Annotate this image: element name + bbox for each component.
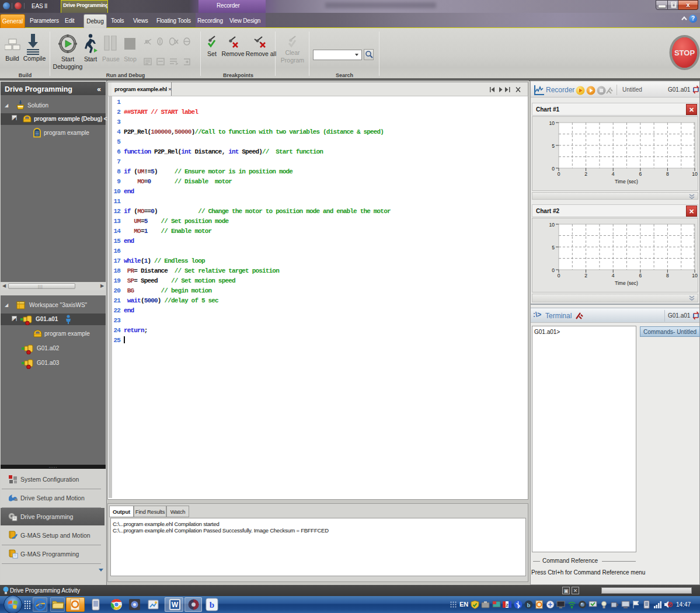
svg-text:0: 0 xyxy=(552,166,555,172)
svg-text:5: 5 xyxy=(552,143,555,149)
svg-text:10: 10 xyxy=(549,120,555,126)
svg-text:8: 8 xyxy=(666,171,669,177)
svg-text:10: 10 xyxy=(549,222,555,228)
svg-text:2: 2 xyxy=(506,602,509,608)
svg-text:10: 10 xyxy=(692,171,698,177)
svg-text:W: W xyxy=(172,601,179,609)
svg-text:Time (sec): Time (sec) xyxy=(615,179,638,184)
svg-text:2: 2 xyxy=(584,171,587,177)
svg-text:5: 5 xyxy=(552,245,555,250)
svg-text:6: 6 xyxy=(639,171,642,177)
svg-text:e: e xyxy=(39,600,43,609)
svg-text:0: 0 xyxy=(552,267,555,273)
svg-text:0: 0 xyxy=(558,171,560,177)
svg-text:8: 8 xyxy=(666,273,669,278)
svg-text:STOP: STOP xyxy=(674,48,695,57)
svg-text:2: 2 xyxy=(584,273,587,278)
svg-text:10: 10 xyxy=(692,273,698,278)
svg-text:0: 0 xyxy=(558,273,560,278)
svg-text:b: b xyxy=(527,602,531,608)
svg-text:6: 6 xyxy=(639,273,642,278)
svg-text:b: b xyxy=(210,600,214,609)
svg-text:Time (sec): Time (sec) xyxy=(615,280,638,286)
svg-text:4: 4 xyxy=(612,273,615,278)
svg-text:4: 4 xyxy=(612,171,615,177)
